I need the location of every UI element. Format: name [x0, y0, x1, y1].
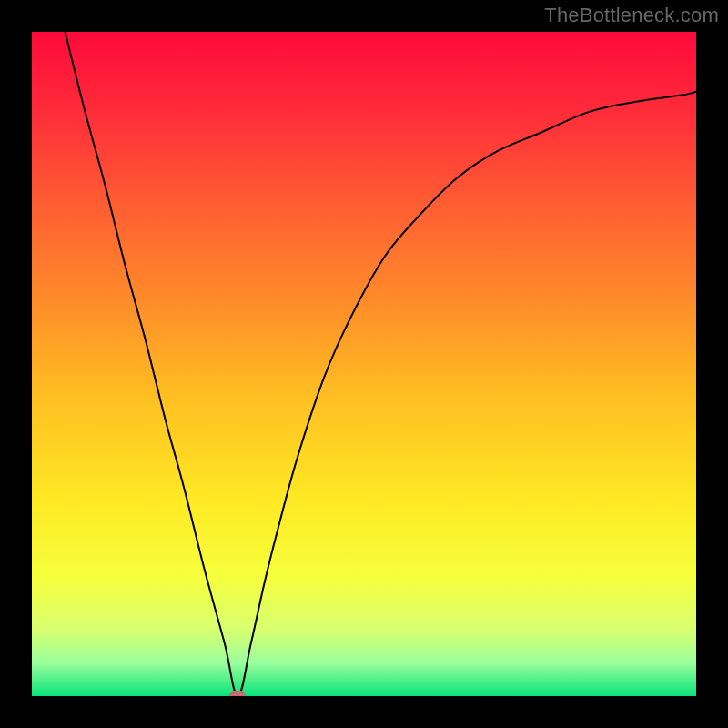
- minimum-marker: [229, 691, 246, 696]
- watermark-text: TheBottleneck.com: [544, 4, 719, 27]
- chart-frame: TheBottleneck.com: [0, 0, 728, 728]
- bottleneck-curve: [66, 32, 697, 696]
- curve-layer: [32, 32, 696, 696]
- plot-area: [32, 32, 696, 696]
